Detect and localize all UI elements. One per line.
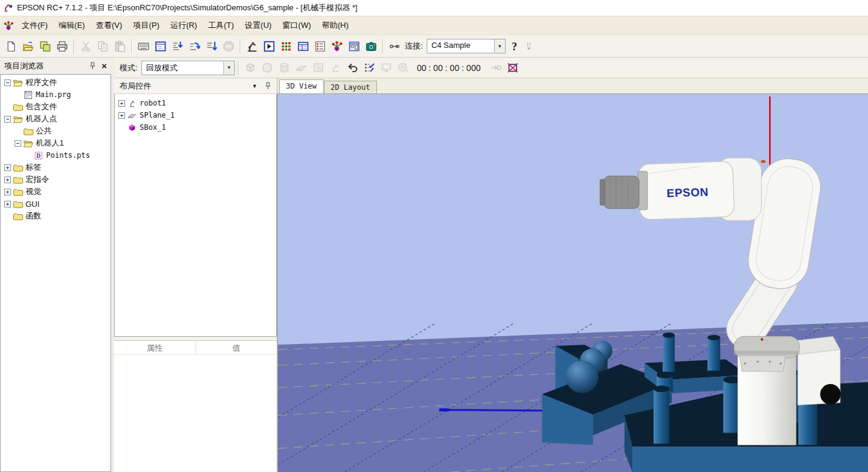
menu-help[interactable]: 帮助(H) — [316, 18, 354, 33]
pts-file-icon: D — [33, 151, 44, 160]
io-keyboard-button[interactable] — [135, 38, 152, 55]
expand-icon[interactable]: + — [4, 164, 11, 171]
app-icon — [4, 3, 13, 13]
robot-manager-icon — [246, 41, 258, 52]
tree-item-label: 宏指令 — [25, 174, 49, 185]
command-window-button[interactable] — [152, 38, 169, 55]
tree-item[interactable]: 函数 — [1, 210, 110, 222]
tree-item[interactable]: +标签 — [1, 161, 110, 174]
collapse-icon[interactable]: − — [4, 116, 11, 123]
stop-button — [220, 38, 237, 55]
shape-cylinder-button — [276, 59, 293, 76]
expand-icon[interactable]: + — [4, 177, 11, 183]
task-manager-button[interactable] — [295, 38, 311, 55]
menu-run[interactable]: 运行(R) — [165, 18, 203, 33]
property-column-header[interactable]: 属性 — [114, 341, 196, 355]
io-monitor-button[interactable] — [278, 38, 294, 55]
folder-icon — [13, 175, 23, 184]
copy-icon — [97, 41, 109, 52]
menu-file[interactable]: 文件(F) — [16, 18, 53, 33]
chevron-down-icon[interactable]: ▼ — [223, 61, 234, 75]
step-out-button[interactable] — [203, 38, 220, 55]
value-column-header[interactable]: 值 — [196, 341, 277, 355]
no-display-button[interactable] — [504, 59, 521, 76]
tree-item[interactable]: +视觉 — [1, 186, 110, 198]
tree-item[interactable]: +robot1 — [115, 97, 276, 109]
run-window-button[interactable] — [261, 38, 277, 55]
main-toolbar: 连接:C4 Sample▼? — [0, 35, 868, 58]
step-into-button[interactable] — [169, 38, 186, 55]
paste-icon — [114, 41, 126, 52]
collapse-icon[interactable]: − — [15, 140, 21, 147]
camera-button[interactable] — [363, 38, 379, 55]
tree-item-label: 标签 — [25, 162, 41, 173]
open-project-button[interactable] — [20, 38, 36, 55]
end-effector — [600, 176, 639, 209]
project-explorer-title: 项目浏览器 — [4, 61, 44, 72]
connect-button[interactable] — [387, 38, 403, 55]
menu-edit[interactable]: 编辑(E) — [53, 18, 90, 33]
tree-item-label: 机器人1 — [36, 138, 64, 149]
menu-window[interactable]: 窗口(W) — [277, 18, 316, 33]
cut-icon — [80, 41, 92, 52]
folder-icon — [13, 103, 23, 112]
tab-2d-layout[interactable]: 2D Layout — [324, 81, 377, 93]
tree-item[interactable]: +SPlane_1 — [115, 109, 276, 121]
mode-value: 回放模式 — [142, 61, 223, 75]
tree-item[interactable]: −机器人点 — [1, 113, 110, 125]
svg-text:?: ? — [512, 41, 517, 52]
print-button[interactable] — [54, 38, 70, 55]
tree-item[interactable]: +宏指令 — [1, 174, 110, 186]
menu-setup[interactable]: 设置(U) — [239, 18, 277, 33]
tree-item[interactable]: −机器人1 — [1, 137, 110, 149]
checklist-button[interactable] — [361, 59, 378, 76]
close-icon[interactable]: × — [101, 61, 107, 70]
tree-item[interactable]: +GUI — [1, 198, 110, 210]
chevron-down-icon[interactable]: ▼ — [494, 39, 505, 53]
io-labels-button[interactable] — [312, 38, 328, 55]
cut-button — [78, 38, 94, 55]
expand-icon[interactable]: + — [118, 112, 125, 119]
new-file-icon — [5, 41, 17, 52]
undo-button[interactable] — [344, 59, 361, 76]
tree-item-label: 视觉 — [25, 186, 41, 197]
expand-icon[interactable]: + — [4, 189, 11, 195]
simulator-button[interactable] — [329, 38, 345, 55]
menu-view[interactable]: 查看(V) — [90, 18, 127, 33]
collapse-icon[interactable]: − — [4, 79, 11, 86]
tree-item[interactable]: Main.prg — [1, 89, 110, 101]
step-over-button[interactable] — [186, 38, 203, 55]
simulator-window-icon[interactable] — [4, 21, 14, 31]
help-button[interactable]: ? — [506, 38, 523, 55]
tree-item[interactable]: 公共 — [1, 125, 110, 137]
menu-tools[interactable]: 工具(T) — [203, 18, 240, 33]
toolbar-overflow[interactable] — [524, 38, 534, 54]
tree-item[interactable]: DPoints.pts — [1, 149, 110, 161]
tab-3d-view[interactable]: 3D View — [279, 79, 324, 93]
run-window-icon — [263, 41, 275, 52]
connection-select[interactable]: C4 Sample▼ — [427, 39, 506, 53]
connect-icon — [389, 41, 401, 52]
tree-item[interactable]: −程序文件 — [1, 76, 110, 89]
pin-icon[interactable] — [89, 62, 96, 70]
project-explorer-panel: 项目浏览器 × −程序文件Main.prg包含文件−机器人点公共−机器人1DPo… — [0, 58, 111, 472]
3d-scene[interactable]: EPSON — [277, 93, 868, 472]
layout-objects-tree: +robot1+SPlane_1SBox_1 — [114, 94, 277, 337]
menu-project[interactable]: 项目(P) — [127, 18, 164, 33]
gui-builder-button[interactable] — [346, 38, 362, 55]
tree-item[interactable]: SBox_1 — [115, 121, 276, 133]
mode-select[interactable]: 回放模式▼ — [141, 61, 235, 75]
io-keyboard-icon — [138, 41, 149, 52]
project-windows-icon — [39, 41, 51, 52]
new-file-button[interactable] — [3, 38, 19, 55]
robot-manager-button[interactable] — [244, 38, 260, 55]
help-icon: ? — [509, 41, 520, 52]
tree-item[interactable]: 包含文件 — [1, 101, 110, 113]
pin-icon[interactable] — [265, 82, 271, 90]
chevron-down-icon[interactable]: ▼ — [252, 83, 257, 89]
simulator-icon — [331, 41, 343, 52]
tree-item-label: SPlane_1 — [140, 111, 175, 120]
expand-icon[interactable]: + — [4, 201, 11, 207]
project-windows-button[interactable] — [37, 38, 53, 55]
expand-icon[interactable]: + — [118, 100, 125, 107]
